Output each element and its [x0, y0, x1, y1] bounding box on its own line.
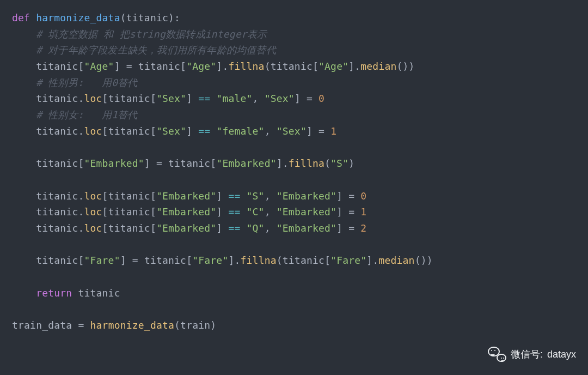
watermark-value: datayx — [547, 349, 576, 360]
kw-def: def — [12, 12, 30, 23]
kw-return: return — [36, 287, 72, 299]
comment: # 性别女: 用1替代 — [36, 109, 137, 120]
comment: # 对于年龄字段发生缺失，我们用所有年龄的均值替代 — [36, 44, 276, 56]
comment: # 性别男: 用0替代 — [36, 77, 137, 88]
watermark-label: 微信号: — [511, 348, 543, 361]
code-block: def harmonize_data(titanic): # 填充空数据 和 把… — [0, 0, 588, 343]
param: titanic — [126, 12, 168, 23]
wechat-watermark: 微信号: datayx — [488, 347, 576, 362]
comment: # 填充空数据 和 把string数据转成integer表示 — [36, 28, 267, 40]
train-data-var: train_data — [12, 319, 72, 331]
wechat-icon — [488, 347, 506, 362]
fn-name: harmonize_data — [36, 12, 120, 23]
